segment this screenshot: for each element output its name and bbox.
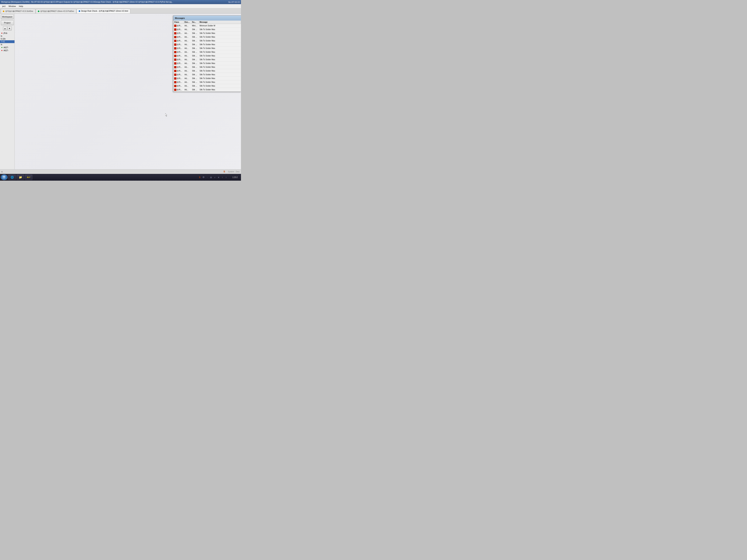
msg-error-icon	[174, 55, 176, 57]
message-row[interactable]: 信号... Ad... Silk ... Silk To Solder Mas	[173, 35, 241, 39]
tree-item-a627-2[interactable]: ■ A627-	[0, 49, 15, 52]
tree-item-ts[interactable]: ts	[0, 35, 15, 37]
menu-item-project[interactable]: ject	[1, 5, 7, 8]
msg-source: Silk ...	[191, 88, 199, 91]
taskbar: 🌐 📁 A17 S 中 · ◎ ♪ ≡ ↑ ↑ 1:23:2	[0, 174, 241, 181]
msg-doc: Ad...	[184, 81, 191, 83]
message-row[interactable]: 信号... Ad... Minim... Minimum Solder M	[173, 24, 241, 28]
status-logo: S	[223, 170, 227, 174]
sidebar-icon-up[interactable]: ▲	[3, 26, 7, 30]
taskbar-btn-app2[interactable]: 📁	[17, 175, 24, 180]
title-bar-right: file:///F:\02-03	[228, 1, 240, 3]
clock-time: 1:23:2	[230, 176, 240, 178]
msg-message: Silk To Solder Mas	[199, 70, 241, 72]
tab-dot-sch	[3, 10, 4, 12]
msg-error-icon	[174, 47, 176, 50]
message-row[interactable]: 信号... Ad... Silk ... Silk To Solder Mas	[173, 50, 241, 54]
tree-item-0-10n[interactable]: 0-10n	[0, 37, 15, 40]
messages-list: 信号... Ad... Minim... Minimum Solder M 信号…	[173, 24, 241, 91]
message-row[interactable]: 信号... Ad... Silk ... Silk To Solder Mas	[173, 43, 241, 47]
msg-source: Silk ...	[191, 66, 199, 68]
status-design: Desi	[236, 171, 239, 173]
msg-class: 信号...	[173, 47, 184, 50]
msg-doc: Ad...	[184, 88, 191, 91]
msg-source: Silk ...	[191, 32, 199, 34]
msg-message: Silk To Solder Mas	[199, 77, 241, 80]
msg-error-icon	[174, 66, 176, 68]
msg-doc: Ad...	[184, 85, 191, 87]
taskbar-btn-app3[interactable]: A17	[25, 175, 32, 180]
msg-source: Silk ...	[191, 28, 199, 31]
tray-icon-dot: ·	[206, 176, 209, 179]
status-bar: s S System Desi	[0, 169, 241, 174]
tree-item-ts2[interactable]: ts	[0, 43, 15, 46]
msg-error-icon	[174, 51, 176, 53]
message-row[interactable]: 信号... Ad... Silk ... Silk To Solder Mas	[173, 77, 241, 80]
taskbar-btn-app1[interactable]: 🌐	[8, 175, 16, 180]
msg-doc: Ad...	[184, 77, 191, 80]
message-row[interactable]: 信号... Ad... Silk ... Silk To Solder Mas	[173, 31, 241, 35]
message-row[interactable]: 信号... Ad... Silk ... Silk To Solder Mas	[173, 58, 241, 61]
sch-icon-1: ■	[1, 46, 3, 49]
menu-item-window[interactable]: Window	[7, 5, 17, 8]
msg-message: Silk To Solder Mas	[199, 39, 241, 42]
app2-icon: 📁	[18, 175, 22, 179]
msg-source: Silk ...	[191, 39, 199, 42]
start-button[interactable]	[1, 175, 7, 180]
message-row[interactable]: 信号... Ad... Silk ... Silk To Solder Mas	[173, 54, 241, 58]
tray-icon-s: S	[198, 176, 201, 179]
msg-message: Silk To Solder Mas	[199, 43, 241, 46]
msg-class: 信号...	[173, 81, 184, 84]
msg-error-icon	[174, 25, 176, 27]
col-message: Message	[199, 21, 241, 24]
msg-error-icon	[174, 32, 176, 34]
msg-source: Silk ...	[191, 70, 199, 72]
tray-icon-mic: ◎	[209, 176, 212, 179]
tab-label-sch: 信号放大板OPA627-V2.0.SchDoc	[5, 10, 33, 12]
message-row[interactable]: 信号... Ad... Silk ... Silk To Solder Mas	[173, 61, 241, 65]
message-row[interactable]: 信号... Ad... Silk ... Silk To Solder Mas	[173, 65, 241, 69]
msg-message: Silk To Solder Mas	[199, 47, 241, 50]
tab-sch[interactable]: 信号放大板OPA627-V2.0.SchDoc	[1, 9, 35, 14]
msg-message: Silk To Solder Mas	[199, 51, 241, 53]
msg-message: Silk To Solder Mas	[199, 32, 241, 34]
message-row[interactable]: 信号... Ad... Silk ... Silk To Solder Mas	[173, 39, 241, 43]
message-row[interactable]: 信号... Ad... Silk ... Silk To Solder Mas	[173, 73, 241, 77]
msg-class: 信号...	[173, 73, 184, 76]
msg-doc: Ad...	[184, 39, 191, 42]
tab-pcb[interactable]: 信号放大板OPA627-10mm-V2.0.PcbDoc	[36, 9, 76, 14]
msg-class: 信号...	[173, 32, 184, 35]
msg-source: Silk ...	[191, 51, 199, 53]
message-row[interactable]: 信号... Ad... Silk ... Silk To Solder Mas	[173, 47, 241, 50]
msg-message: Silk To Solder Mas	[199, 81, 241, 83]
message-row[interactable]: 信号... Ad... Silk ... Silk To Solder Mas	[173, 84, 241, 88]
menu-item-help[interactable]: Help	[17, 5, 25, 8]
msg-source: Silk ...	[191, 85, 199, 87]
msg-error-icon	[174, 85, 176, 87]
messages-column-headers: Class Doc... So... Message	[173, 21, 241, 24]
tab-drc[interactable]: Design Rule Check - 信号放大板OPA627-10mm-V2.…	[77, 9, 130, 14]
project-button[interactable]: Project	[1, 20, 14, 25]
msg-doc: Ad...	[184, 24, 191, 27]
svg-point-5	[4, 177, 5, 179]
project-tree: ■ jPcb ts 0-10n 7-V2. ts ■ A627- ■ A627-	[0, 31, 15, 169]
tree-item-jpcb[interactable]: ■ jPcb	[0, 32, 15, 35]
tree-item-a627-1[interactable]: ■ A627-	[0, 46, 15, 49]
sidebar-icon-down[interactable]: ▼	[7, 26, 12, 30]
workspace-button[interactable]: Workspace	[1, 14, 14, 19]
message-row[interactable]: 信号... Ad... Silk ... Silk To Solder Mas	[173, 69, 241, 73]
col-source: So...	[191, 21, 199, 24]
messages-title: Messages	[175, 17, 185, 19]
left-sidebar: Workspace Project ▲ ▼ ■ jPcb ts 0-10n 7-…	[0, 14, 15, 169]
message-row[interactable]: 信号... Ad... Silk ... Silk To Solder Mas	[173, 28, 241, 31]
tab-dot-pcb	[38, 10, 40, 12]
tree-item-7-v2[interactable]: 7-V2.	[0, 40, 15, 43]
col-class: Class	[173, 21, 184, 24]
message-row[interactable]: 信号... Ad... Silk ... Silk To Solder Mas	[173, 80, 241, 84]
sidebar-icon-row: ▲ ▼	[0, 26, 15, 30]
msg-class: 信号...	[173, 66, 184, 69]
message-row[interactable]: 信号... Ad... Silk ... Silk To Solder Mas	[173, 88, 241, 91]
content-area: Messages Class Doc... So... Message 信号..…	[15, 14, 241, 169]
msg-message: Silk To Solder Mas	[199, 88, 241, 91]
msg-error-icon	[174, 44, 176, 46]
